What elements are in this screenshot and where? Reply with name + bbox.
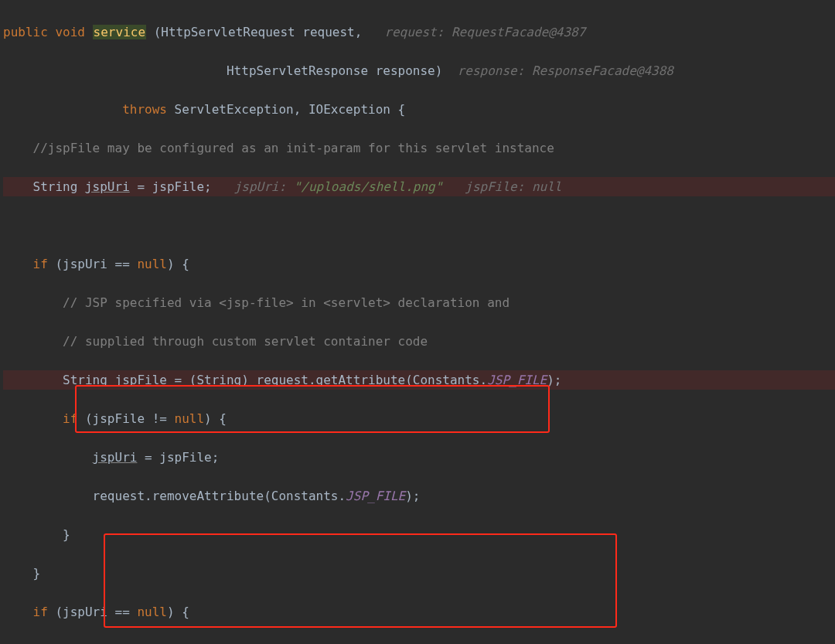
- code-line: // supplied through custom servlet conta…: [3, 332, 835, 351]
- code-line-debug: String jspFile = (String) request.getAtt…: [3, 370, 835, 390]
- code-line: }: [3, 564, 835, 583]
- debug-hint: response: ResponseFacade@4388: [458, 63, 673, 78]
- code-line: if (jspUri == null) {: [3, 254, 835, 274]
- code-line: if (jspUri == null) {: [3, 602, 835, 622]
- code-line: /*: [3, 641, 835, 644]
- method-name-highlight: service: [93, 25, 146, 39]
- code-line: // JSP specified via <jsp-file> in <serv…: [3, 293, 835, 312]
- code-line: [3, 216, 835, 235]
- code-line: //jspFile may be configured as an init-p…: [3, 138, 835, 158]
- code-editor[interactable]: public void service (HttpServletRequest …: [0, 0, 835, 644]
- code-line: jspUri = jspFile;: [3, 448, 835, 467]
- debug-hint: request: RequestFacade@4387: [384, 25, 585, 39]
- code-line-debug: String jspUri = jspFile; jspUri: "/uploa…: [3, 177, 835, 196]
- code-line: throws ServletException, IOException {: [3, 100, 835, 119]
- code-line: request.removeAttribute(Constants.JSP_FI…: [3, 486, 835, 506]
- code-line: if (jspFile != null) {: [3, 409, 835, 428]
- code-line: }: [3, 525, 835, 544]
- code-line: public void service (HttpServletRequest …: [3, 22, 835, 42]
- code-line: HttpServletResponse response) response: …: [3, 61, 835, 80]
